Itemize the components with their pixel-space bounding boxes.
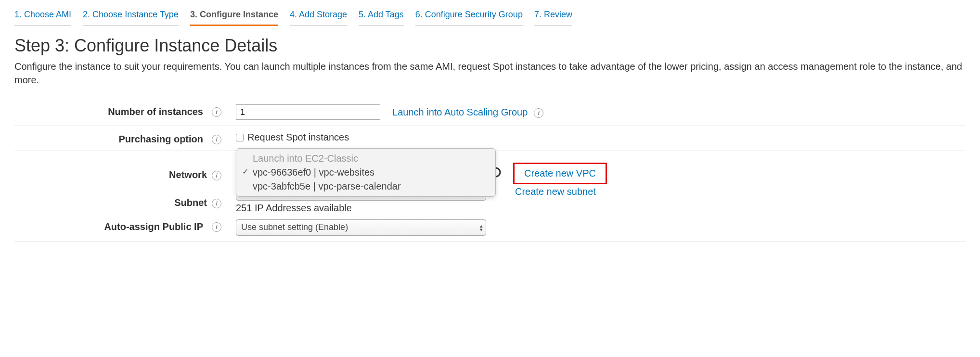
tab-configure-security-group[interactable]: 6. Configure Security Group	[415, 10, 523, 26]
spot-checkbox[interactable]	[236, 134, 244, 141]
auto-scaling-link[interactable]: Launch into Auto Scaling Group	[392, 107, 528, 118]
tab-review[interactable]: 7. Review	[534, 10, 572, 26]
label-network: Network	[14, 151, 207, 185]
public-ip-select[interactable]: Use subnet setting (Enable) ▴ ▾	[236, 219, 486, 236]
num-instances-input[interactable]	[236, 104, 380, 120]
wizard-tabs: 1. Choose AMI 2. Choose Instance Type 3.…	[14, 10, 966, 26]
label-public-ip: Auto-assign Public IP	[14, 214, 207, 242]
dropdown-item-ec2-classic: Launch into EC2-Classic	[236, 152, 495, 166]
spot-checkbox-wrap[interactable]: Request Spot instances	[236, 132, 349, 143]
page-description: Configure the instance to suit your requ…	[14, 60, 966, 87]
check-icon: ✓	[242, 167, 248, 176]
label-subnet: Subnet	[14, 184, 207, 214]
info-icon[interactable]: i	[212, 171, 221, 180]
row-purchasing: Purchasing option i Request Spot instanc…	[14, 126, 966, 151]
tab-add-tags[interactable]: 5. Add Tags	[359, 10, 404, 26]
create-vpc-link[interactable]: Create new VPC	[524, 168, 596, 178]
info-icon[interactable]: i	[212, 199, 221, 208]
info-icon[interactable]: i	[534, 108, 543, 118]
page-title: Step 3: Configure Instance Details	[14, 36, 966, 56]
select-arrows-icon: ▴ ▾	[480, 224, 483, 231]
label-num-instances: Number of instances	[14, 99, 207, 126]
label-purchasing: Purchasing option	[14, 126, 207, 151]
row-public-ip: Auto-assign Public IP i Use subnet setti…	[14, 214, 966, 242]
tab-choose-ami[interactable]: 1. Choose AMI	[14, 10, 71, 26]
row-network: Network i Launch into EC2-Classic ✓ vpc-…	[14, 151, 966, 185]
tab-configure-instance[interactable]: 3. Configure Instance	[190, 10, 278, 26]
network-dropdown-popup: Launch into EC2-Classic ✓ vpc-96636ef0 |…	[236, 148, 496, 197]
info-icon[interactable]: i	[212, 222, 221, 232]
dropdown-item-vpc-parse-calendar[interactable]: vpc-3abfcb5e | vpc-parse-calendar	[236, 179, 495, 193]
spot-checkbox-label: Request Spot instances	[247, 132, 349, 143]
info-icon[interactable]: i	[212, 107, 221, 117]
create-vpc-highlight: Create new VPC	[513, 163, 607, 184]
subnet-helper: 251 IP Addresses available	[236, 203, 486, 214]
tab-choose-instance-type[interactable]: 2. Choose Instance Type	[83, 10, 179, 26]
row-num-instances: Number of instances i Launch into Auto S…	[14, 99, 966, 126]
create-subnet-link[interactable]: Create new subnet	[515, 184, 596, 197]
dropdown-item-vpc-websites[interactable]: ✓ vpc-96636ef0 | vpc-websites	[236, 166, 495, 179]
tab-add-storage[interactable]: 4. Add Storage	[290, 10, 347, 26]
info-icon[interactable]: i	[212, 135, 221, 144]
